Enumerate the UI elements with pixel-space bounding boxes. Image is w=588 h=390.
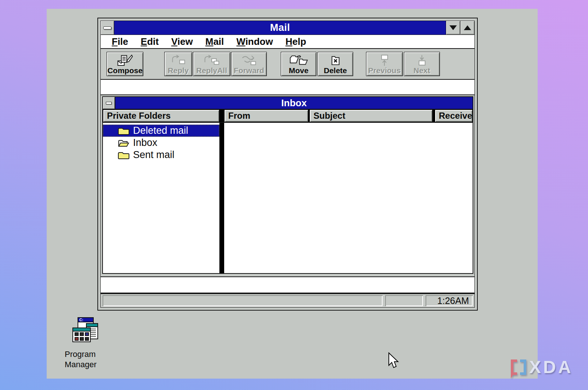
inbox-titlebar[interactable]: Inbox [103,97,473,110]
inbox-window-title: Inbox [115,97,473,109]
system-menu-icon [103,26,111,29]
message-list[interactable] [224,123,473,273]
replyall-button[interactable]: ReplyAll [193,52,230,76]
move-icon [289,54,308,67]
toolbar: Compose Reply [101,49,474,80]
delete-icon [327,54,344,67]
move-label: Move [289,67,309,74]
mouse-cursor-icon [388,352,399,371]
maximize-button[interactable] [460,21,474,35]
mdi-content-area: Inbox Private Folders From Subject Recei… [101,95,474,276]
folder-item-deleted-mail[interactable]: Deleted mail [103,125,219,137]
pane-splitter[interactable] [219,123,224,273]
menu-bar: File Edit View Mail Window Help [101,35,474,49]
previous-button[interactable]: Previous [366,52,403,76]
inbox-window: Inbox Private Folders From Subject Recei… [102,96,473,274]
desktop-icon-program-manager[interactable]: C: Program Manager [58,317,113,369]
folder-label: Sent mail [133,149,175,161]
private-folders-header[interactable]: Private Folders [103,110,219,122]
mail-system-menu-button[interactable] [101,21,114,35]
forward-button[interactable]: Forward [231,52,267,76]
folder-open-icon [118,138,129,147]
previous-icon [376,54,392,67]
folder-item-sent-mail[interactable]: Sent mail [103,149,219,161]
program-manager-drive-badge: C: [79,318,83,322]
menu-edit[interactable]: Edit [135,36,165,47]
forward-label: Forward [234,67,264,74]
next-label: Next [413,67,430,74]
move-button[interactable]: Move [281,52,316,76]
minimize-icon [449,25,457,30]
minimize-button[interactable] [446,21,460,35]
menu-file[interactable]: File [105,36,135,47]
menu-mail[interactable]: Mail [199,36,230,47]
next-icon [414,54,430,67]
column-header-subject[interactable]: Subject [309,110,433,122]
inbox-header-row: Private Folders From Subject Received [103,110,473,123]
reply-label: Reply [168,67,189,74]
folder-label: Inbox [133,137,157,149]
folder-closed-icon [118,126,129,135]
program-manager-icon: C: [72,317,99,346]
toolbar-spacer-band [101,80,474,95]
delete-button[interactable]: Delete [318,52,353,76]
status-clock: 1:26AM [426,295,473,306]
status-bar: 1:26AM [101,293,474,307]
mail-window-inner: Mail File Edit View Mail Window Help [100,21,475,308]
compose-label: Compose [107,67,143,74]
menu-help[interactable]: Help [279,36,312,47]
program-manager-label: Program Manager [65,349,106,369]
compose-icon [116,54,134,67]
replyall-label: ReplyAll [196,67,227,74]
folder-closed-icon [118,150,129,160]
menu-view[interactable]: View [165,36,199,47]
menu-window[interactable]: Window [230,36,279,47]
reply-icon [170,54,186,67]
next-button[interactable]: Next [404,52,440,76]
folder-item-inbox[interactable]: Inbox [103,137,219,149]
mail-titlebar[interactable]: Mail [101,21,474,35]
inbox-system-menu-button[interactable] [103,97,115,109]
status-mid-panel [385,295,423,306]
previous-label: Previous [368,67,401,74]
reply-button[interactable]: Reply [164,52,192,76]
folder-label: Deleted mail [133,125,188,136]
replyall-icon [203,54,220,67]
mail-window-title: Mail [114,21,446,35]
column-header-received[interactable]: Received [435,110,473,122]
compose-button[interactable]: Compose [107,52,143,76]
delete-label: Delete [324,67,347,74]
inbox-system-menu-icon [106,102,112,104]
xda-watermark-text: XDA [529,358,573,376]
maximize-icon [464,25,471,30]
folder-list: Deleted mail Inbox [103,123,219,273]
xda-bracket-right-icon [520,359,526,375]
status-message-panel [103,295,383,306]
xda-watermark: XDA [511,358,573,376]
xda-bracket-left-icon [511,359,517,375]
mail-window: Mail File Edit View Mail Window Help [97,18,478,311]
column-header-from[interactable]: From [224,110,308,122]
bottom-spacer-band [101,276,474,293]
desktop: Mail File Edit View Mail Window Help [47,9,538,379]
inbox-body: Deleted mail Inbox [103,123,473,273]
forward-icon [241,54,258,67]
